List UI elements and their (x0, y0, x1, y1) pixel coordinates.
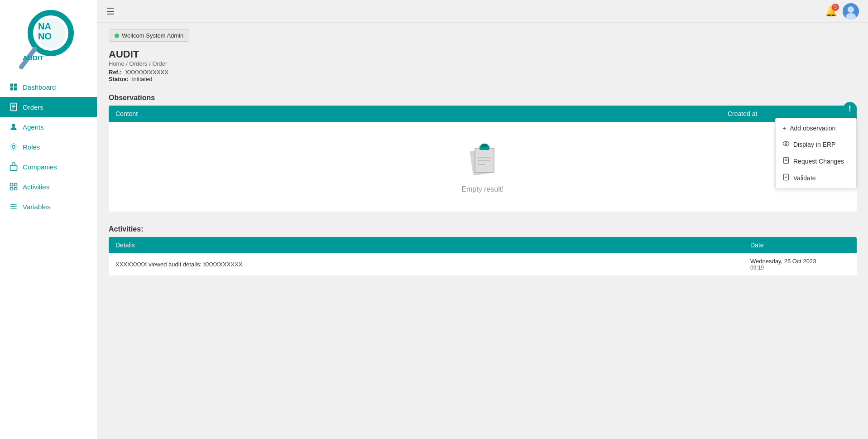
sidebar-item-roles[interactable]: Roles (0, 137, 97, 157)
audit-header: AUDIT Home / Orders / Order Ref.: XXXXXX… (109, 48, 857, 82)
notification-button[interactable]: 🔔 9 (825, 5, 837, 17)
act-col-date: Date (743, 237, 857, 253)
observations-table-head: Content Created at (109, 106, 857, 122)
breadcrumb: Home / Orders / Order (109, 60, 857, 67)
variables-icon (9, 202, 18, 211)
audit-status: Status: initiated (109, 76, 857, 82)
activities-table-head: Details Date (109, 237, 857, 253)
agents-icon (9, 122, 18, 131)
sidebar-item-activities[interactable]: Activities (0, 177, 97, 197)
svg-point-25 (785, 143, 787, 145)
validate-icon (782, 174, 790, 182)
topbar: ☰ 🔔 9 (97, 0, 868, 23)
dropdown-add-observation[interactable]: + Add observation (776, 121, 856, 136)
main-area: ☰ 🔔 9 Wellcom System Admin AUDIT (97, 0, 868, 439)
activities-table-container: Details Date XXXXXXXX viewed audit detai… (109, 237, 857, 276)
activity-details: XXXXXXXX viewed audit details: XXXXXXXXX… (109, 253, 743, 276)
observations-title: Observations (109, 89, 857, 106)
svg-rect-7 (14, 84, 17, 87)
observations-table-container: Content Created at (109, 106, 857, 212)
svg-point-15 (12, 145, 15, 149)
online-dot (115, 34, 119, 38)
content-area: Wellcom System Admin AUDIT Home / Orders… (97, 23, 868, 439)
observations-section: Observations Content Created at (109, 89, 857, 212)
user-avatar-icon (843, 3, 859, 19)
activities-title: Activities: (109, 221, 857, 237)
svg-rect-17 (10, 183, 13, 186)
observations-empty: Empty result! (109, 122, 857, 212)
sidebar-item-dashboard[interactable]: Dashboard (0, 77, 97, 97)
notification-badge: 9 (832, 4, 839, 11)
svg-point-22 (848, 6, 854, 13)
orders-icon (9, 102, 18, 111)
dropdown-menu: + Add observation Display in ERP Request… (775, 118, 857, 189)
breadcrumb-order: Order (152, 60, 167, 67)
svg-rect-18 (14, 183, 17, 186)
svg-rect-19 (10, 188, 13, 190)
companies-icon (9, 162, 18, 171)
nav-list: Dashboard Orders Agents (0, 77, 97, 217)
avatar[interactable] (843, 3, 859, 19)
svg-point-14 (12, 124, 15, 127)
activities-section: Activities: Details Date XXXXXXXX viewed… (109, 221, 857, 276)
svg-point-24 (783, 141, 789, 145)
activity-date: Wednesday, 25 Oct 2023 (750, 258, 850, 265)
eye-icon (782, 140, 790, 149)
logo: NA NO AUDIT (14, 6, 82, 74)
svg-rect-16 (10, 166, 17, 171)
activities-icon (9, 182, 18, 191)
breadcrumb-home[interactable]: Home (109, 60, 125, 67)
sidebar: NA NO AUDIT Dashboard Orders (0, 0, 97, 439)
empty-result-text: Empty result! (461, 185, 504, 193)
dropdown-validate[interactable]: Validate (776, 169, 856, 186)
sidebar-item-orders[interactable]: Orders (0, 97, 97, 117)
logo-area: NA NO AUDIT (0, 0, 97, 77)
more-options-button[interactable]: ! (843, 102, 857, 116)
breadcrumb-orders[interactable]: Orders (129, 60, 148, 67)
observations-table: Content Created at (109, 106, 857, 122)
empty-clipboard-icon (462, 140, 503, 181)
act-col-details: Details (109, 237, 743, 253)
dashboard-icon (9, 82, 18, 92)
svg-text:AUDIT: AUDIT (23, 54, 43, 62)
svg-rect-33 (481, 144, 488, 147)
sidebar-item-variables[interactable]: Variables (0, 197, 97, 217)
add-icon: + (782, 125, 786, 132)
user-badge: Wellcom System Admin (109, 29, 189, 42)
roles-icon (9, 142, 18, 151)
svg-text:NA: NA (38, 21, 51, 31)
svg-rect-20 (14, 188, 17, 190)
dropdown-request-changes[interactable]: Request Changes (776, 153, 856, 169)
page-title: AUDIT (109, 48, 857, 60)
sidebar-item-companies[interactable]: Companies (0, 157, 97, 177)
activities-table: Details Date XXXXXXXX viewed audit detai… (109, 237, 857, 276)
svg-rect-9 (14, 87, 17, 91)
obs-col-content: Content (109, 106, 721, 122)
activities-table-body: XXXXXXXX viewed audit details: XXXXXXXXX… (109, 253, 857, 276)
svg-text:NO: NO (38, 31, 52, 41)
topbar-right: 🔔 9 (825, 3, 859, 19)
svg-rect-8 (10, 87, 14, 91)
dropdown-display-erp[interactable]: Display in ERP (776, 136, 856, 153)
hamburger-button[interactable]: ☰ (106, 6, 115, 17)
sidebar-item-agents[interactable]: Agents (0, 117, 97, 137)
svg-rect-6 (10, 84, 14, 87)
audit-ref: Ref.: XXXXXXXXXXX (109, 69, 857, 76)
activity-time: 09:19 (750, 265, 850, 271)
file-icon (782, 157, 790, 165)
table-row: XXXXXXXX viewed audit details: XXXXXXXXX… (109, 253, 857, 276)
activity-date-cell: Wednesday, 25 Oct 2023 09:19 (743, 253, 857, 276)
